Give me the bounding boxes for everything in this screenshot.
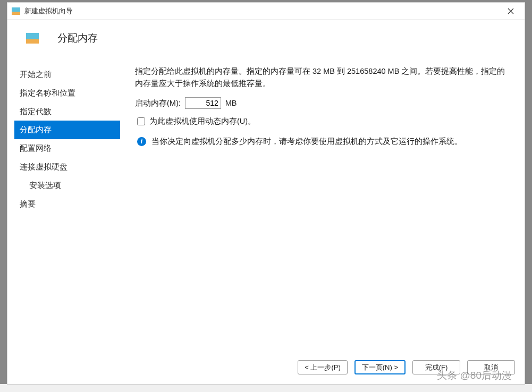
- memory-label: 启动内存(M):: [135, 98, 181, 108]
- startup-memory-input[interactable]: [185, 97, 221, 109]
- next-button[interactable]: 下一页(N) >: [354, 360, 406, 374]
- dynamic-memory-row: 为此虚拟机使用动态内存(U)。: [137, 116, 512, 126]
- sidebar-item-name-location[interactable]: 指定名称和位置: [14, 84, 120, 103]
- wizard-dialog: 新建虚拟机向导 分配内存 开始之前 指定名称和位置 指定代数 分配内存 配置网络…: [7, 2, 525, 385]
- memory-unit: MB: [225, 99, 237, 107]
- button-bar: < 上一步(P) 下一页(N) > 完成(F) 取消: [7, 354, 525, 384]
- previous-button[interactable]: < 上一步(P): [298, 360, 348, 374]
- main-content: 指定分配给此虚拟机的内存量。指定的内存量可在 32 MB 到 251658240…: [120, 65, 525, 354]
- info-row: i 当你决定向虚拟机分配多少内存时，请考虑你要使用虚拟机的方式及它运行的操作系统…: [137, 136, 512, 148]
- dynamic-memory-checkbox[interactable]: [137, 117, 145, 125]
- sidebar-item-install-options[interactable]: 安装选项: [14, 176, 120, 195]
- info-icon: i: [137, 137, 146, 146]
- sidebar-item-assign-memory[interactable]: 分配内存: [14, 121, 120, 139]
- wizard-steps-sidebar: 开始之前 指定名称和位置 指定代数 分配内存 配置网络 连接虚拟硬盘 安装选项 …: [7, 65, 120, 354]
- dynamic-memory-label: 为此虚拟机使用动态内存(U)。: [149, 116, 256, 126]
- page-title: 分配内存: [57, 31, 98, 45]
- cancel-button[interactable]: 取消: [467, 360, 515, 374]
- finish-button[interactable]: 完成(F): [412, 360, 460, 374]
- memory-description: 指定分配给此虚拟机的内存量。指定的内存量可在 32 MB 到 251658240…: [135, 65, 512, 90]
- vm-icon: [12, 7, 20, 15]
- window-title: 新建虚拟机向导: [24, 6, 501, 16]
- content-wrap: 开始之前 指定名称和位置 指定代数 分配内存 配置网络 连接虚拟硬盘 安装选项 …: [7, 55, 525, 354]
- memory-input-row: 启动内存(M): MB: [135, 97, 512, 109]
- header-section: 分配内存: [7, 20, 525, 55]
- sidebar-item-config-network[interactable]: 配置网络: [14, 139, 120, 158]
- sidebar-item-virtual-disk[interactable]: 连接虚拟硬盘: [14, 158, 120, 176]
- titlebar: 新建虚拟机向导: [7, 3, 525, 20]
- vm-header-icon: [26, 33, 39, 44]
- sidebar-item-before-begin[interactable]: 开始之前: [14, 65, 120, 84]
- sidebar-item-generation[interactable]: 指定代数: [14, 103, 120, 121]
- sidebar-item-summary[interactable]: 摘要: [14, 195, 120, 214]
- close-button[interactable]: [501, 4, 520, 19]
- info-text: 当你决定向虚拟机分配多少内存时，请考虑你要使用虚拟机的方式及它运行的操作系统。: [151, 136, 462, 148]
